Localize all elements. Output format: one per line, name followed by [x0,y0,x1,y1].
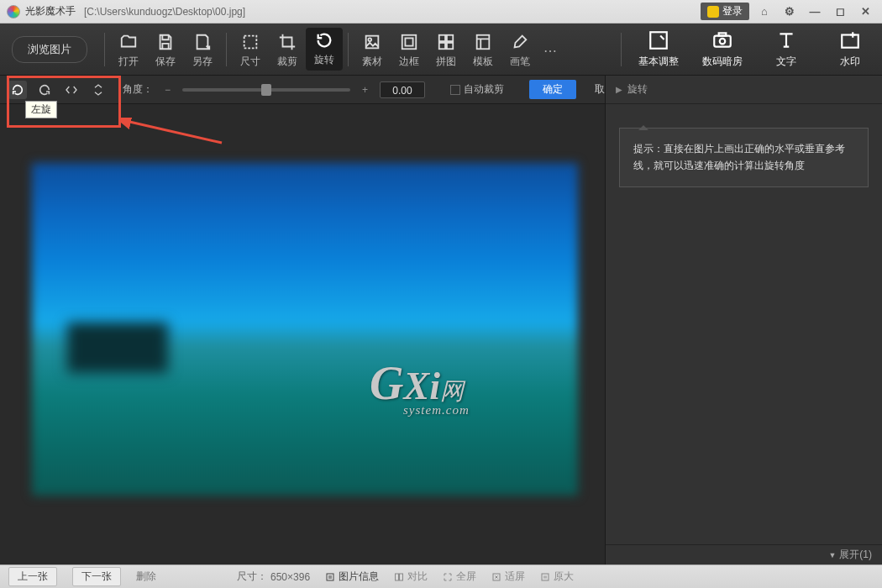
collage-icon [437,33,455,51]
image-info-button[interactable]: 图片信息 [325,570,379,584]
border-icon [400,33,418,51]
crop-icon [278,33,297,51]
toolbar-border[interactable]: 边框 [391,29,428,69]
next-image-button[interactable]: 下一张 [72,567,121,586]
svg-rect-3 [402,35,417,50]
fullscreen-button[interactable]: 全屏 [443,570,476,584]
svg-rect-20 [542,574,549,580]
login-button[interactable]: 登录 [701,3,749,20]
svg-rect-9 [477,35,490,50]
material-icon [363,33,381,51]
svg-point-2 [368,38,371,41]
svg-rect-16 [327,574,333,580]
fit-icon [491,572,501,582]
svg-rect-4 [405,38,412,45]
text-icon [775,29,797,51]
original-size-button[interactable]: 原大 [540,570,574,584]
svg-rect-11 [714,36,731,47]
more-icon: ⋯ [543,44,557,58]
canvas-workspace[interactable]: GXi网 system.com [0,104,605,564]
settings-button[interactable]: ⚙ [780,3,800,20]
toolbar-more[interactable]: ⋯ [538,39,562,59]
image-detail [67,323,168,373]
right-tool-darkroom[interactable]: 数码暗房 [690,29,754,69]
app-logo-icon [7,5,20,18]
compare-button[interactable]: 对比 [394,570,428,584]
file-path: [C:\Users\kunduogz\Desktop\00.jpg] [84,6,245,18]
rotate-right-icon [38,83,51,97]
toolbar-crop[interactable]: 裁剪 [269,29,306,69]
browse-images-button[interactable]: 浏览图片 [12,36,87,63]
expand-button[interactable]: ▼ 展开(1) [606,544,882,564]
angle-value-input[interactable]: 0.00 [380,81,425,98]
fit-button[interactable]: 适屏 [491,570,525,584]
close-button[interactable]: ✕ [855,3,875,20]
svg-rect-17 [396,574,399,580]
size-value: 650×396 [270,571,310,583]
prev-image-button[interactable]: 上一张 [8,567,57,586]
toolbar-rotate[interactable]: 旋转 [306,28,343,71]
confirm-button[interactable]: 确定 [529,80,576,99]
right-tool-adjust[interactable]: 基本调整 [627,29,690,69]
template-icon [474,33,492,51]
maximize-button[interactable]: ◻ [830,3,850,20]
toolbar-collage[interactable]: 拼图 [428,29,465,69]
angle-increase-button[interactable]: + [359,84,371,96]
flip-h-icon [65,83,78,97]
toolbar-material[interactable]: 素材 [354,29,391,69]
watermark-overlay: GXi网 system.com [370,356,470,417]
saveas-icon [193,33,212,51]
rotate-icon [315,31,333,50]
right-tool-text[interactable]: 文字 [754,29,818,69]
flip-horizontal-button[interactable] [62,81,81,99]
app-title: 光影魔术手 [25,4,76,18]
original-icon [540,572,550,582]
avatar-icon [707,6,719,18]
flip-vertical-button[interactable] [89,81,108,99]
svg-rect-10 [650,32,667,49]
toolbar-saveas[interactable]: 另存 [184,29,221,69]
toolbar-template[interactable]: 模板 [465,29,501,69]
svg-rect-6 [447,35,453,41]
tooltip-rotate-left: 左旋 [25,101,57,118]
main-toolbar: 浏览图片 打开 保存 另存 尺寸 裁剪 旋转 素材 边框 拼图 模板 [0,24,882,76]
side-panel-header[interactable]: ▶ 旋转 [606,76,882,104]
darkroom-icon [711,29,733,51]
rotate-left-icon [11,83,24,97]
svg-rect-8 [447,43,453,49]
collapse-icon: ▶ [616,85,622,94]
autocrop-checkbox[interactable]: 自动裁剪 [450,82,504,97]
svg-rect-7 [439,43,445,49]
side-panel: ▶ 旋转 提示：直接在图片上画出正确的水平或垂直参考线，就可以迅速准确的计算出旋… [605,76,882,564]
expand-icon: ▼ [828,551,836,559]
watermark-icon [839,29,861,51]
toolbar-size[interactable]: 尺寸 [232,29,269,69]
slider-thumb[interactable] [261,84,271,96]
toolbar-brush[interactable]: 画笔 [501,29,538,69]
angle-slider[interactable] [182,88,350,92]
rotate-left-button[interactable] [8,81,27,99]
hint-box: 提示：直接在图片上画出正确的水平或垂直参考线，就可以迅速准确的计算出旋转角度 [619,128,869,187]
delete-button[interactable]: 删除 [136,570,156,584]
flip-v-icon [92,83,105,97]
toolbar-open[interactable]: 打开 [110,29,147,69]
info-icon [325,572,335,582]
svg-rect-5 [439,35,445,41]
fullscreen-icon [443,572,453,582]
angle-decrease-button[interactable]: − [161,84,174,96]
svg-point-12 [720,39,726,45]
rotate-right-button[interactable] [35,81,54,99]
toolbar-save[interactable]: 保存 [147,29,184,69]
adjust-icon [648,29,669,51]
angle-label: 角度： [123,82,153,97]
svg-rect-0 [244,36,257,49]
svg-rect-1 [366,36,379,49]
save-icon [156,33,175,51]
right-tool-watermark[interactable]: 水印 [818,29,882,69]
minimize-button[interactable]: — [805,3,825,20]
open-icon [119,33,138,51]
svg-rect-14 [842,35,858,48]
compare-icon [394,572,404,582]
home-button[interactable]: ⌂ [754,3,774,20]
svg-rect-18 [400,574,403,580]
